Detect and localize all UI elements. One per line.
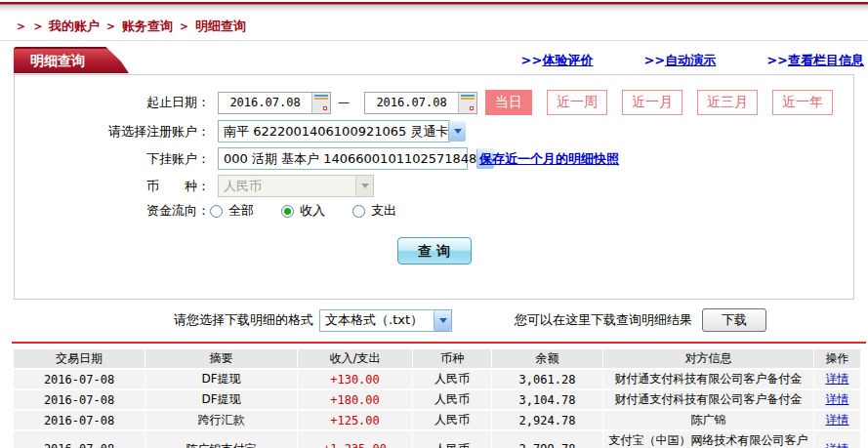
cell-summary: DF提现 <box>145 370 297 388</box>
table-column-header: 币种 <box>413 349 491 368</box>
cell-date: 2016-07-08 <box>14 411 145 429</box>
date-to-input[interactable]: 2016.07.08 <box>364 92 477 114</box>
link-prefix: >> <box>766 53 788 67</box>
cell-balance: 2,799.78 <box>492 431 602 448</box>
cell-counterparty: 财付通支付科技有限公司客户备付金 <box>603 390 813 409</box>
sub-account-select[interactable]: 000 活期 基本户 1406600101102571848 <box>218 147 468 170</box>
query-form-panel: 起止日期： 2016.07.08 — 2016.07.08 当日近一周近一月近三… <box>14 74 854 300</box>
date-range-dash: — <box>338 96 350 109</box>
breadcrumb-separator: ＞ <box>104 19 117 33</box>
table-top-divider <box>12 342 866 344</box>
calendar-icon-day <box>323 106 327 110</box>
table-body: 2016-07-08 DF提现 +130.00 人民币 3,061.28 财付通… <box>14 370 860 448</box>
quick-range-button[interactable]: 近一月 <box>622 90 682 115</box>
cell-counterparty: 支付宝（中国）网络技术有限公司客户备付金 <box>603 431 813 448</box>
cell-date: 2016-07-08 <box>14 431 145 448</box>
cell-date: 2016-07-08 <box>14 390 145 409</box>
query-button[interactable]: 查 询 <box>397 237 472 265</box>
flow-label: 资金流向： <box>15 202 210 220</box>
download-format-select[interactable]: 文本格式（.txt） <box>319 309 452 332</box>
table-row: 2016-07-08 DF提现 +180.00 人民币 3,104.78 财付通… <box>14 390 860 409</box>
download-format-label: 请您选择下载明细的格式 <box>174 311 313 329</box>
breadcrumb-divider <box>0 40 868 41</box>
detail-link[interactable]: 详情 <box>826 372 849 386</box>
cell-currency: 人民币 <box>413 390 491 409</box>
flow-radio-group: 全部收入支出 <box>210 202 424 221</box>
table-header-row: 交易日期摘要收入/支出币种余额对方信息操作 <box>14 349 860 368</box>
breadcrumb-separator: ＞ <box>178 19 190 33</box>
cell-amount: +1,235.00 <box>298 431 412 448</box>
table-column-header: 交易日期 <box>14 349 145 368</box>
cell-action: 详情 <box>814 390 860 409</box>
date-from-input[interactable]: 2016.07.08 <box>218 92 331 114</box>
currency-row: 币 种： 人民币 <box>15 175 853 197</box>
calendar-icon-bar <box>461 98 475 100</box>
tab-bar: 明细查询 >>体验评价>>自动演示>>查看栏目信息 <box>0 47 868 73</box>
download-hint: 您可以在这里下载查询明细结果 <box>515 311 692 329</box>
cell-amount: +180.00 <box>298 390 412 409</box>
calendar-icon[interactable] <box>458 93 476 113</box>
cell-amount: +125.00 <box>298 411 412 429</box>
date-to-value: 2016.07.08 <box>365 96 458 109</box>
calendar-icon-bar <box>314 95 328 97</box>
table-row: 2016-07-08 DF提现 +130.00 人民币 3,061.28 财付通… <box>14 370 860 388</box>
cell-balance: 3,061.28 <box>492 370 602 388</box>
detail-link[interactable]: 详情 <box>826 392 849 406</box>
cell-summary: DF提现 <box>145 390 297 409</box>
cell-action: 详情 <box>814 411 860 429</box>
date-range-row: 起止日期： 2016.07.08 — 2016.07.08 当日近一周近一月近三… <box>15 90 853 115</box>
top-banner-strip <box>0 0 868 12</box>
download-format-value: 文本格式（.txt） <box>325 311 423 329</box>
currency-value: 人民币 <box>224 178 262 195</box>
register-account-value: 南平 6222001406100921065 灵通卡 <box>224 123 448 141</box>
dropdown-arrow-icon[interactable] <box>434 310 451 331</box>
flow-radio-option[interactable]: 收入 <box>281 202 325 220</box>
radio-icon[interactable] <box>352 205 365 218</box>
cell-currency: 人民币 <box>413 411 491 429</box>
tab-label: 明细查询 <box>30 53 85 68</box>
tab-detail-query[interactable]: 明细查询 <box>14 47 129 73</box>
flow-row: 资金流向： 全部收入支出 <box>15 202 853 221</box>
detail-link[interactable]: 详情 <box>826 413 849 427</box>
header-links: >>体验评价>>自动演示>>查看栏目信息 <box>521 52 864 69</box>
date-range-label: 起止日期： <box>15 94 210 111</box>
table-column-header: 对方信息 <box>603 349 813 368</box>
save-snapshot-link[interactable]: 保存近一个月的明细快照 <box>479 150 619 168</box>
currency-label: 币 种： <box>15 178 210 195</box>
cell-action: 详情 <box>814 431 860 448</box>
detail-link[interactable]: 详情 <box>826 442 849 448</box>
dropdown-arrow-icon[interactable] <box>448 121 466 142</box>
flow-radio-option[interactable]: 全部 <box>210 202 254 220</box>
currency-select: 人民币 <box>218 175 374 197</box>
radio-icon[interactable] <box>210 205 223 218</box>
calendar-icon[interactable] <box>311 93 330 113</box>
breadcrumb-item[interactable]: 我的账户 <box>49 19 100 33</box>
download-button[interactable]: 下载 <box>702 308 766 332</box>
breadcrumb-item[interactable]: 账务查询 <box>122 19 173 33</box>
cell-summary: 跨行汇款 <box>145 411 297 429</box>
header-link[interactable]: >>自动演示 <box>643 52 716 69</box>
breadcrumb-item[interactable]: 明细查询 <box>195 19 246 33</box>
link-label: 体验评价 <box>542 53 593 67</box>
register-account-row: 请选择注册账户： 南平 6222001406100921065 灵通卡 <box>15 120 853 143</box>
flow-option-label: 全部 <box>228 202 254 220</box>
link-prefix: >> <box>643 53 665 67</box>
query-button-row: 查 询 <box>15 237 853 265</box>
calendar-icon-day <box>470 106 474 110</box>
flow-radio-option[interactable]: 支出 <box>352 202 396 220</box>
register-account-select[interactable]: 南平 6222001406100921065 灵通卡 <box>218 120 450 143</box>
cell-counterparty: 陈广锦 <box>603 411 813 429</box>
calendar-icon-bar <box>461 95 475 97</box>
table-row: 2016-07-08 跨行汇款 +125.00 人民币 2,924.78 陈广锦… <box>14 411 860 429</box>
link-prefix: >> <box>521 53 543 67</box>
link-label: 查看栏目信息 <box>788 53 864 67</box>
quick-range-button[interactable]: 当日 <box>485 90 532 115</box>
header-link[interactable]: >>查看栏目信息 <box>766 52 864 69</box>
flow-option-label: 收入 <box>300 202 325 220</box>
quick-range-button[interactable]: 近一年 <box>772 90 833 115</box>
quick-range-button[interactable]: 近一周 <box>547 90 607 115</box>
radio-icon[interactable] <box>281 205 294 218</box>
header-link[interactable]: >>体验评价 <box>521 52 594 69</box>
quick-range-button[interactable]: 近三月 <box>697 90 758 115</box>
sub-account-row: 下挂账户： 000 活期 基本户 1406600101102571848 保存近… <box>15 147 853 170</box>
